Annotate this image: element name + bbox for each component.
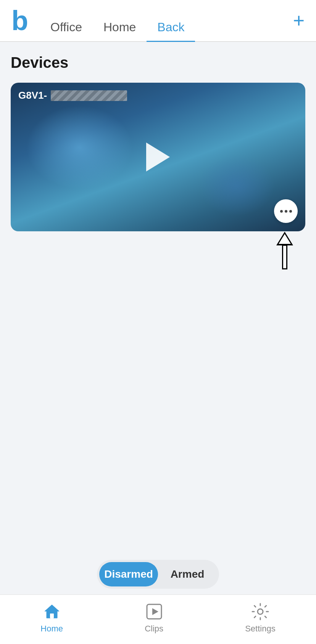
nav-settings-label: Settings [245, 624, 276, 634]
more-options-button[interactable] [274, 199, 298, 223]
toggle-armed[interactable]: Armed [158, 562, 217, 586]
camera-id-redacted [51, 90, 127, 101]
bottom-navigation: Home Clips Settings [0, 594, 316, 644]
home-icon [42, 602, 62, 622]
video-thumbnail[interactable]: G8V1- [11, 83, 305, 231]
svg-point-3 [258, 609, 263, 614]
tab-office[interactable]: Office [40, 20, 93, 41]
app-logo: b [11, 7, 28, 34]
nav-item-settings[interactable]: Settings [245, 602, 276, 634]
nav-item-clips[interactable]: Clips [144, 602, 164, 634]
dot-3 [289, 210, 292, 213]
security-toggle[interactable]: Disarmed Armed [97, 560, 219, 589]
play-button[interactable] [146, 143, 170, 171]
camera-card[interactable]: G8V1- [11, 83, 305, 231]
add-button[interactable]: + [293, 9, 305, 32]
dot-1 [280, 210, 283, 213]
tab-home[interactable]: Home [93, 20, 147, 41]
tab-back[interactable]: Back [147, 20, 195, 41]
nav-item-home[interactable]: Home [40, 602, 63, 634]
svg-rect-0 [50, 614, 54, 618]
clips-icon [144, 602, 164, 622]
nav-home-label: Home [40, 624, 63, 634]
camera-label: G8V1- [18, 90, 127, 101]
app-header: b Office Home Back + [0, 0, 316, 42]
toggle-disarmed[interactable]: Disarmed [99, 562, 158, 586]
main-navigation: Office Home Back [40, 0, 293, 41]
camera-id-text: G8V1- [18, 90, 47, 101]
nav-clips-label: Clips [145, 624, 163, 634]
play-triangle-icon [146, 143, 170, 171]
more-dots-icon [280, 210, 292, 213]
main-content: Devices G8V1- [0, 42, 316, 556]
section-title-devices: Devices [11, 54, 305, 71]
settings-icon [250, 602, 270, 622]
svg-marker-2 [152, 608, 158, 615]
dot-2 [285, 210, 287, 213]
cursor-arrow-indicator [273, 232, 296, 269]
